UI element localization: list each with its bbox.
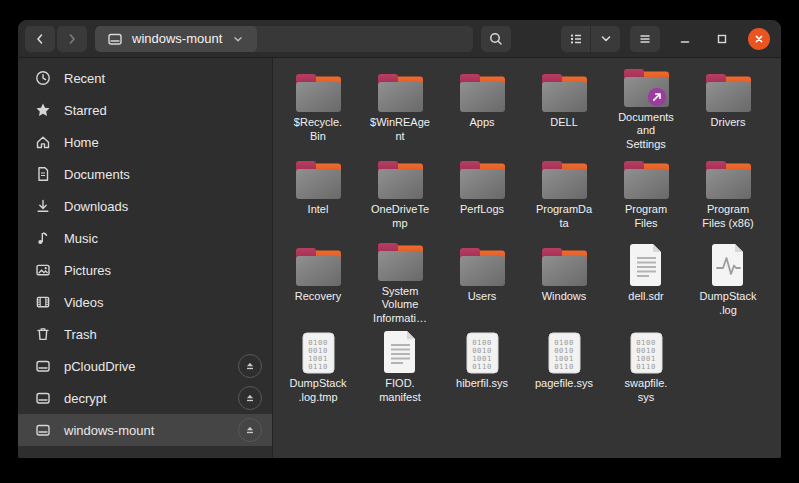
file-item-dumpstack-log[interactable]: DumpStack .log (687, 238, 769, 325)
drive-icon (35, 422, 51, 438)
sidebar-item-pclouddrive[interactable]: pCloudDrive (18, 350, 272, 382)
file-name-label: pagefile.sys (535, 377, 593, 391)
file-item-windows[interactable]: Windows (523, 238, 605, 325)
maximize-button[interactable] (711, 28, 733, 50)
file-item-program-files-x86[interactable]: Program Files (x86) (687, 151, 769, 238)
svg-text:0110: 0110 (636, 362, 656, 371)
file-view[interactable]: $Recycle. Bin $WinREAge nt Apps DELL Doc… (273, 58, 781, 458)
list-view-button[interactable] (561, 26, 590, 52)
folder-icon (377, 153, 424, 200)
folder-icon (295, 240, 342, 287)
svg-text:0110: 0110 (554, 362, 574, 371)
window-controls (674, 28, 770, 50)
drive-icon (35, 390, 51, 406)
file-item-documents-and-settings[interactable]: Documents and Settings (605, 64, 687, 151)
forward-button[interactable] (57, 26, 87, 52)
file-name-label: hiberfil.sys (456, 377, 508, 391)
sidebar-item-starred[interactable]: Starred (18, 94, 272, 126)
folder-icon (705, 153, 752, 200)
maximize-icon (714, 31, 730, 47)
file-item-fiod-manifest[interactable]: FIOD. manifest (359, 325, 441, 412)
file-item-intel[interactable]: Intel (277, 151, 359, 238)
sidebar-item-label: Downloads (64, 199, 128, 214)
eject-button[interactable] (238, 354, 262, 378)
file-name-label: Documents and Settings (618, 111, 674, 152)
sidebar-item-videos[interactable]: Videos (18, 286, 272, 318)
sidebar-item-pictures[interactable]: Pictures (18, 254, 272, 286)
hamburger-icon (637, 31, 653, 47)
music-icon (35, 230, 51, 246)
file-name-label: DumpStack .log.tmp (290, 377, 347, 404)
folder-icon (459, 66, 506, 113)
sidebar-item-recent[interactable]: Recent (18, 62, 272, 94)
file-item-dumpstack-log-tmp[interactable]: 0100001010010110 DumpStack .log.tmp (277, 325, 359, 412)
folder-icon (295, 66, 342, 113)
drive-icon (107, 31, 123, 47)
eject-button[interactable] (238, 418, 262, 442)
file-item-drivers[interactable]: Drivers (687, 64, 769, 151)
file-item-winreagent[interactable]: $WinREAge nt (359, 64, 441, 151)
sidebar-item-label: Videos (64, 295, 104, 310)
headerbar: windows-mount (18, 20, 781, 58)
file-item-apps[interactable]: Apps (441, 64, 523, 151)
eject-icon (244, 392, 256, 404)
file-name-label: OneDriveTe mp (371, 203, 429, 230)
menu-button[interactable] (630, 26, 660, 52)
file-item-programdata[interactable]: ProgramDa ta (523, 151, 605, 238)
sidebar-item-label: Pictures (64, 263, 111, 278)
close-button[interactable] (748, 28, 770, 50)
sidebar-item-downloads[interactable]: Downloads (18, 190, 272, 222)
file-item-pagefile-sys[interactable]: 0100001010010110 pagefile.sys (523, 325, 605, 412)
file-item-recovery[interactable]: Recovery (277, 238, 359, 325)
binary-file-icon: 0100001010010110 (630, 327, 663, 374)
back-button[interactable] (25, 26, 55, 52)
minimize-button[interactable] (674, 28, 696, 50)
sidebar-item-home[interactable]: Home (18, 126, 272, 158)
sidebar-item-trash[interactable]: Trash (18, 318, 272, 350)
file-item-swapfile-sys[interactable]: 0100001010010110 swapfile. sys (605, 325, 687, 412)
file-item-dell-sdr[interactable]: dell.sdr (605, 238, 687, 325)
file-item-hiberfil-sys[interactable]: 0100001010010110 hiberfil.sys (441, 325, 523, 412)
view-options-button[interactable] (591, 26, 620, 52)
file-item-recycle-bin[interactable]: $Recycle. Bin (277, 64, 359, 151)
star-icon (35, 102, 51, 118)
file-item-users[interactable]: Users (441, 238, 523, 325)
file-name-label: Intel (308, 203, 329, 217)
sidebar-item-documents[interactable]: Documents (18, 158, 272, 190)
sidebar-item-label: windows-mount (64, 423, 154, 438)
file-item-perflogs[interactable]: PerfLogs (441, 151, 523, 238)
file-name-label: Windows (542, 290, 587, 304)
file-name-label: FIOD. manifest (379, 377, 421, 404)
window-body: RecentStarredHomeDocumentsDownloadsMusic… (18, 58, 781, 458)
download-icon (35, 198, 51, 214)
view-toggle-group (561, 26, 620, 52)
file-item-dell[interactable]: DELL (523, 64, 605, 151)
file-name-label: System Volume Informati… (373, 285, 427, 326)
binary-file-icon: 0100001010010110 (466, 327, 499, 374)
file-name-label: PerfLogs (460, 203, 504, 217)
file-name-label: Drivers (711, 116, 746, 130)
minimize-icon (677, 31, 693, 47)
sidebar-item-windows-mount[interactable]: windows-mount (18, 414, 272, 446)
file-name-label: swapfile. sys (625, 377, 668, 404)
file-item-onedrivetemp[interactable]: OneDriveTe mp (359, 151, 441, 238)
sidebar-item-decrypt[interactable]: decrypt (18, 382, 272, 414)
folder-icon (541, 240, 588, 287)
film-icon (35, 294, 51, 310)
path-bar[interactable]: windows-mount (95, 26, 473, 52)
search-icon (488, 31, 504, 47)
sidebar-item-music[interactable]: Music (18, 222, 272, 254)
eject-button[interactable] (238, 386, 262, 410)
sidebar-item-label: Starred (64, 103, 107, 118)
search-button[interactable] (481, 26, 511, 52)
file-item-system-volume-information[interactable]: System Volume Informati… (359, 238, 441, 325)
folder-icon (459, 240, 506, 287)
image-icon (35, 262, 51, 278)
file-manager-window: windows-mount (18, 20, 781, 458)
list-view-icon (568, 31, 584, 47)
folder-symlink-icon (623, 66, 670, 108)
sidebar-item-label: Music (64, 231, 98, 246)
path-segment-current[interactable]: windows-mount (95, 26, 257, 52)
eject-icon (244, 360, 256, 372)
file-item-program-files[interactable]: Program Files (605, 151, 687, 238)
